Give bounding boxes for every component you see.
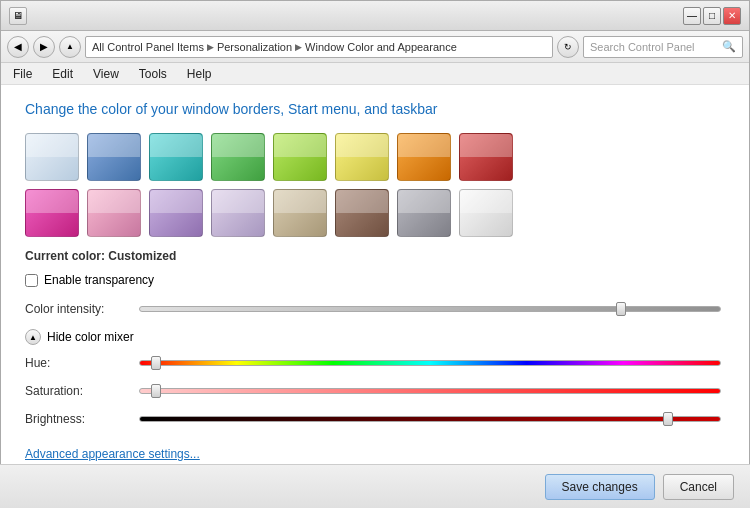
current-color-row: Current color: Customized (25, 249, 725, 263)
advanced-link[interactable]: Advanced appearance settings... (25, 447, 200, 461)
address-box[interactable]: All Control Panel Items ▶ Personalizatio… (85, 36, 553, 58)
address-bar: ◀ ▶ ▲ All Control Panel Items ▶ Personal… (1, 31, 749, 63)
footer: Save changes Cancel (0, 464, 750, 508)
search-placeholder: Search Control Panel (590, 41, 695, 53)
transparency-checkbox[interactable] (25, 274, 38, 287)
minimize-button[interactable]: — (683, 7, 701, 25)
menu-file[interactable]: File (9, 65, 36, 83)
intensity-slider[interactable] (139, 301, 721, 317)
back-button[interactable]: ◀ (7, 36, 29, 58)
swatch-yellow[interactable] (335, 133, 389, 181)
path-arrow-1: ▶ (207, 42, 214, 52)
saturation-label: Saturation: (25, 384, 135, 398)
current-color-label: Current color: (25, 249, 105, 263)
swatch-green[interactable] (211, 133, 265, 181)
brightness-track-bg (139, 416, 721, 422)
swatches-grid (25, 133, 725, 237)
intensity-track-bg (139, 306, 721, 312)
swatch-gray[interactable] (397, 189, 451, 237)
path-arrow-2: ▶ (295, 42, 302, 52)
search-box[interactable]: Search Control Panel 🔍 (583, 36, 743, 58)
path-part-1: All Control Panel Items (92, 41, 204, 53)
swatch-teal[interactable] (149, 133, 203, 181)
intensity-thumb[interactable] (616, 302, 626, 316)
transparency-label[interactable]: Enable transparency (44, 273, 154, 287)
hue-thumb[interactable] (151, 356, 161, 370)
brightness-label: Brightness: (25, 412, 135, 426)
refresh-button[interactable]: ↻ (557, 36, 579, 58)
swatch-pink-hot[interactable] (25, 189, 79, 237)
menu-help[interactable]: Help (183, 65, 216, 83)
maximize-button[interactable]: □ (703, 7, 721, 25)
swatches-row-2 (25, 189, 725, 237)
intensity-row: Color intensity: (25, 301, 725, 317)
menu-edit[interactable]: Edit (48, 65, 77, 83)
brightness-row: Brightness: (25, 411, 725, 427)
current-color-value: Customized (108, 249, 176, 263)
address-path: All Control Panel Items ▶ Personalizatio… (92, 41, 457, 53)
hue-track-bg (139, 360, 721, 366)
swatches-row-1 (25, 133, 725, 181)
brightness-slider[interactable] (139, 411, 721, 427)
path-part-2: Personalization (217, 41, 292, 53)
saturation-slider[interactable] (139, 383, 721, 399)
window-icon: 🖥 (9, 7, 27, 25)
swatch-blue[interactable] (87, 133, 141, 181)
path-part-3: Window Color and Appearance (305, 41, 457, 53)
swatch-lime[interactable] (273, 133, 327, 181)
menu-view[interactable]: View (89, 65, 123, 83)
title-bar-controls: — □ ✕ (683, 7, 741, 25)
color-mixer-header: ▲ Hide color mixer (25, 329, 725, 345)
swatch-lilac[interactable] (211, 189, 265, 237)
title-bar: 🖥 — □ ✕ (1, 1, 749, 31)
swatch-orange[interactable] (397, 133, 451, 181)
saturation-thumb[interactable] (151, 384, 161, 398)
mixer-header-label: Hide color mixer (47, 330, 134, 344)
swatch-pink[interactable] (87, 189, 141, 237)
main-content: Change the color of your window borders,… (1, 85, 749, 465)
menu-bar: File Edit View Tools Help (1, 63, 749, 85)
swatch-lavender[interactable] (149, 189, 203, 237)
up-button[interactable]: ▲ (59, 36, 81, 58)
page-title: Change the color of your window borders,… (25, 101, 725, 117)
hue-label: Hue: (25, 356, 135, 370)
intensity-label: Color intensity: (25, 302, 135, 316)
hue-slider[interactable] (139, 355, 721, 371)
save-button[interactable]: Save changes (545, 474, 655, 500)
saturation-row: Saturation: (25, 383, 725, 399)
swatch-default[interactable] (25, 133, 79, 181)
cancel-button[interactable]: Cancel (663, 474, 734, 500)
hue-row: Hue: (25, 355, 725, 371)
swatch-brown[interactable] (335, 189, 389, 237)
title-bar-left: 🖥 (9, 7, 27, 25)
swatch-red[interactable] (459, 133, 513, 181)
swatch-tan[interactable] (273, 189, 327, 237)
collapse-button[interactable]: ▲ (25, 329, 41, 345)
swatch-white[interactable] (459, 189, 513, 237)
transparency-row: Enable transparency (25, 273, 725, 287)
search-icon: 🔍 (722, 40, 736, 53)
menu-tools[interactable]: Tools (135, 65, 171, 83)
saturation-track-bg (139, 388, 721, 394)
forward-button[interactable]: ▶ (33, 36, 55, 58)
close-button[interactable]: ✕ (723, 7, 741, 25)
brightness-thumb[interactable] (663, 412, 673, 426)
